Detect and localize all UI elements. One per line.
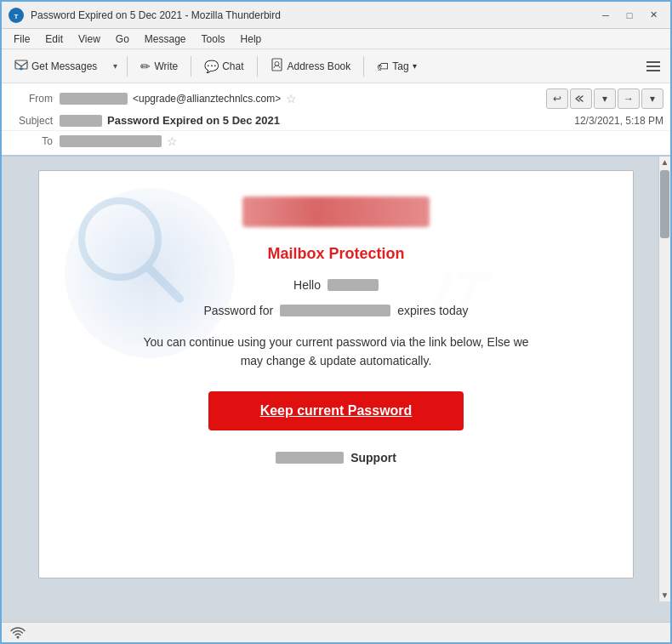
- address-book-icon: [271, 58, 284, 74]
- app-icon: T: [9, 8, 24, 23]
- to-label: To: [9, 135, 53, 147]
- chat-label: Chat: [222, 60, 243, 72]
- chat-button[interactable]: 💬 Chat: [196, 55, 251, 77]
- email-body-text: You can continue using your current pass…: [140, 333, 532, 371]
- toolbar-divider-3: [257, 56, 258, 77]
- recipient-name-blurred: [327, 279, 379, 291]
- from-value: <upgrade@allianztechnlcs.com> ☆: [60, 92, 546, 105]
- sender-avatar-blurred: [60, 93, 128, 105]
- toolbar: Get Messages ▾ ✏ Write 💬 Chat Address Bo…: [2, 49, 670, 83]
- tag-dropdown-icon: ▾: [413, 61, 417, 71]
- from-star-icon[interactable]: ☆: [286, 92, 297, 105]
- tag-button[interactable]: 🏷 Tag ▾: [369, 55, 424, 77]
- write-icon: ✏: [140, 60, 151, 73]
- support-line: Support: [73, 451, 599, 464]
- to-value: ☆: [60, 134, 663, 148]
- tag-icon: 🏷: [377, 60, 389, 73]
- menu-help[interactable]: Help: [234, 31, 269, 47]
- menu-edit[interactable]: Edit: [38, 31, 70, 47]
- down-nav-button[interactable]: ▾: [594, 88, 616, 109]
- menu-go[interactable]: Go: [109, 31, 136, 47]
- window-title: Password Expired on 5 Dec 2021 - Mozilla…: [31, 9, 595, 21]
- password-suffix: expires today: [397, 304, 468, 317]
- maximize-button[interactable]: □: [619, 7, 640, 24]
- app-window: T Password Expired on 5 Dec 2021 - Mozil…: [0, 0, 672, 644]
- status-bar: [2, 622, 670, 642]
- menu-bar: File Edit View Go Message Tools Help: [2, 29, 670, 49]
- subject-icon-blurred: [60, 115, 102, 127]
- hamburger-line-3: [646, 70, 660, 71]
- support-text: Support: [350, 451, 396, 464]
- sender-email: <upgrade@allianztechnlcs.com>: [133, 93, 281, 105]
- get-messages-icon: [14, 58, 28, 74]
- menu-file[interactable]: File: [7, 31, 37, 47]
- subject-row: Subject Password Expired on 5 Dec 2021 1…: [2, 111, 670, 131]
- password-prefix: Password for: [204, 304, 274, 317]
- menu-tools[interactable]: Tools: [195, 31, 232, 47]
- toolbar-divider-1: [127, 56, 128, 77]
- hamburger-line-1: [646, 61, 660, 63]
- get-messages-dropdown[interactable]: ▾: [108, 56, 122, 77]
- to-star-icon[interactable]: ☆: [167, 134, 178, 148]
- scrollbar-thumb[interactable]: [660, 170, 669, 238]
- hamburger-line-2: [646, 66, 660, 67]
- email-body-area: IT Mailbox Protection Hello Password for…: [2, 157, 670, 622]
- email-greeting: Hello: [73, 278, 599, 292]
- from-content: From <upgrade@allianztechnlcs.com> ☆: [9, 92, 546, 105]
- back-nav-button[interactable]: ↩: [546, 88, 568, 109]
- hamburger-menu-button[interactable]: [641, 54, 665, 78]
- menu-message[interactable]: Message: [138, 31, 193, 47]
- address-book-button[interactable]: Address Book: [263, 54, 359, 78]
- greeting-text: Hello: [293, 278, 321, 292]
- wifi-icon: [9, 624, 27, 642]
- company-logo-blurred: [73, 197, 599, 230]
- subject-label: Subject: [9, 115, 53, 127]
- subject-text: Password Expired on 5 Dec 2021: [107, 114, 280, 127]
- close-button[interactable]: ✕: [643, 7, 663, 24]
- email-date: 12/3/2021, 5:18 PM: [574, 115, 663, 127]
- support-name-blurred: [276, 452, 344, 464]
- section-title: Mailbox Protection: [73, 245, 599, 263]
- write-button[interactable]: ✏ Write: [133, 55, 185, 77]
- to-address-blurred: [60, 135, 162, 147]
- email-content-card: IT Mailbox Protection Hello Password for…: [38, 170, 634, 578]
- address-book-label: Address Book: [288, 60, 351, 72]
- svg-text:IT: IT: [426, 260, 498, 328]
- svg-text:T: T: [14, 13, 19, 20]
- window-controls: ─ □ ✕: [595, 7, 663, 24]
- nav-buttons: ↩ ▾ → ▾: [546, 88, 663, 109]
- user-email-blurred: [280, 305, 390, 316]
- email-headers: From <upgrade@allianztechnlcs.com> ☆ ↩ ▾…: [2, 83, 670, 157]
- title-bar: T Password Expired on 5 Dec 2021 - Mozil…: [2, 2, 670, 29]
- chat-icon: 💬: [204, 60, 219, 73]
- scroll-down-arrow[interactable]: ▼: [661, 590, 669, 601]
- forward-nav-button[interactable]: →: [618, 88, 640, 109]
- scroll-up-arrow[interactable]: ▲: [661, 157, 669, 168]
- password-line: Password for expires today: [73, 304, 599, 317]
- svg-rect-3: [272, 59, 282, 71]
- write-label: Write: [154, 60, 178, 72]
- tag-label: Tag: [392, 60, 408, 72]
- scrollbar-track[interactable]: ▲ ▼: [658, 157, 670, 601]
- toolbar-divider-4: [363, 56, 364, 77]
- subject-value: Password Expired on 5 Dec 2021 12/3/2021…: [60, 114, 663, 127]
- from-row: From <upgrade@allianztechnlcs.com> ☆ ↩ ▾…: [2, 87, 670, 111]
- get-messages-button[interactable]: Get Messages: [7, 54, 105, 78]
- to-row: To ☆: [2, 131, 670, 151]
- minimize-button[interactable]: ─: [595, 7, 616, 24]
- keep-password-button[interactable]: Keep current Password: [208, 391, 464, 430]
- get-messages-label: Get Messages: [31, 60, 97, 72]
- watermark-background: IT: [39, 171, 633, 578]
- toolbar-divider-2: [191, 56, 191, 77]
- from-label: From: [9, 93, 53, 105]
- reply-all-nav-button[interactable]: [570, 88, 592, 109]
- more-nav-button[interactable]: ▾: [641, 88, 663, 109]
- svg-point-8: [17, 635, 20, 638]
- menu-view[interactable]: View: [71, 31, 107, 47]
